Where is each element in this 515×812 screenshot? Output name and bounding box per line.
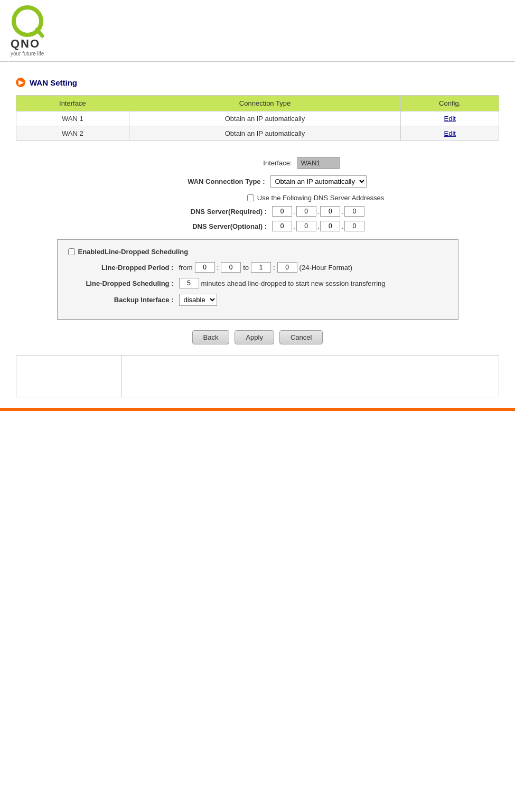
line-dropped-enable-checkbox[interactable] [68,248,75,255]
table-row: WAN 2 Obtain an IP automatically Edit [16,126,499,141]
logo-text: QNO [11,37,40,50]
header: QNO your future life [0,0,515,62]
period-to-min[interactable] [277,262,297,273]
backup-interface-label: Backup Interface : [68,296,174,304]
scheduling-text: minutes ahead line-dropped to start new … [201,279,386,287]
logo-icon [11,5,45,40]
col-header-connection-type: Connection Type [129,96,401,111]
col-header-interface: Interface [16,96,129,111]
scheduling-minutes-input[interactable] [179,278,199,288]
wan-connection-label: WAN Connection Type : [149,178,265,185]
dns-required-oct4[interactable] [344,206,364,217]
dns-required-oct1[interactable] [272,206,292,217]
dns-checkbox-row: Use the Following DNS Server Addresses [16,194,499,202]
line-dropped-scheduling-content: minutes ahead line-dropped to start new … [179,278,386,288]
interface-label: Interface: [176,159,292,167]
period-format: (24-Hour Format) [299,264,352,272]
interface-input[interactable] [297,157,340,169]
bottom-right-panel [122,356,499,397]
wan-interface: WAN 2 [16,126,129,141]
line-dropped-scheduling-row: Line-Dropped Scheduling : minutes ahead … [68,278,447,288]
config-section: Interface: WAN Connection Type : Obtain … [16,157,499,231]
dns-required-oct3[interactable] [320,206,340,217]
section-title-icon: ▶ [16,78,25,87]
bottom-left-panel [16,356,122,397]
section-title: WAN Setting [30,78,77,87]
wan-connection-type-cell: Obtain an IP automatically [129,126,401,141]
bottom-section [16,355,499,397]
button-row: Back Apply Cancel [16,330,499,344]
wan-connection-type-cell: Obtain an IP automatically [129,111,401,126]
to-label: to [243,264,249,272]
from-label: from [179,264,193,272]
wan-connection-type-row: WAN Connection Type : Obtain an IP autom… [16,175,499,188]
edit-link[interactable]: Edit [444,115,455,123]
logo-tagline: your future life [11,51,44,57]
edit-link[interactable]: Edit [444,129,455,137]
period-from-hour[interactable] [195,262,215,273]
dns-optional-oct1[interactable] [272,221,292,231]
dns-optional-row: DNS Server(Optional) : . . . [16,221,499,231]
line-dropped-period-label: Line-Dropped Period : [68,264,174,272]
backup-interface-content: disableWAN1WAN2 [179,294,217,306]
dns-required-label: DNS Server(Required) : [151,208,267,216]
wan-connection-select[interactable]: Obtain an IP automaticallyStatic IPPPPoE… [270,175,367,188]
interface-row: Interface: [16,157,499,169]
dns-checkbox-label: Use the Following DNS Server Addresses [257,194,385,202]
logo: QNO your future life [11,5,45,57]
wan-config-cell[interactable]: Edit [401,111,499,126]
section-title-container: ▶ WAN Setting [16,78,499,87]
dns-optional-oct4[interactable] [344,221,364,231]
dns-required-row: DNS Server(Required) : . . . [16,206,499,217]
svg-point-2 [20,14,35,29]
wan-interface: WAN 1 [16,111,129,126]
back-button[interactable]: Back [192,330,230,344]
col-header-config: Config. [401,96,499,111]
period-to-hour[interactable] [251,262,271,273]
line-dropped-title: EnabledLine-Dropped Scheduling [68,248,447,256]
wan-config-cell[interactable]: Edit [401,126,499,141]
main-content: ▶ WAN Setting Interface Connection Type … [0,62,515,408]
line-dropped-title-label: EnabledLine-Dropped Scheduling [78,248,189,256]
svg-line-1 [37,30,42,36]
line-dropped-box: EnabledLine-Dropped Scheduling Line-Drop… [57,239,458,320]
cancel-button[interactable]: Cancel [279,330,323,344]
dns-required-oct2[interactable] [296,206,316,217]
backup-interface-select[interactable]: disableWAN1WAN2 [179,294,217,306]
line-dropped-scheduling-label: Line-Dropped Scheduling : [68,279,174,287]
apply-button[interactable]: Apply [235,330,274,344]
dns-required-ip: . . . [272,206,364,217]
dns-optional-ip: . . . [272,221,364,231]
wan-table: Interface Connection Type Config. WAN 1 … [16,95,499,141]
period-from-min[interactable] [221,262,241,273]
footer-bar [0,408,515,411]
dns-optional-oct3[interactable] [320,221,340,231]
backup-interface-row: Backup Interface : disableWAN1WAN2 [68,294,447,306]
dns-optional-oct2[interactable] [296,221,316,231]
dns-optional-label: DNS Server(Optional) : [151,222,267,230]
line-dropped-period-inputs: from : to : (24-Hour Format) [179,262,353,273]
dns-checkbox[interactable] [247,194,254,201]
line-dropped-period-row: Line-Dropped Period : from : to : (24-Ho… [68,262,447,273]
table-row: WAN 1 Obtain an IP automatically Edit [16,111,499,126]
